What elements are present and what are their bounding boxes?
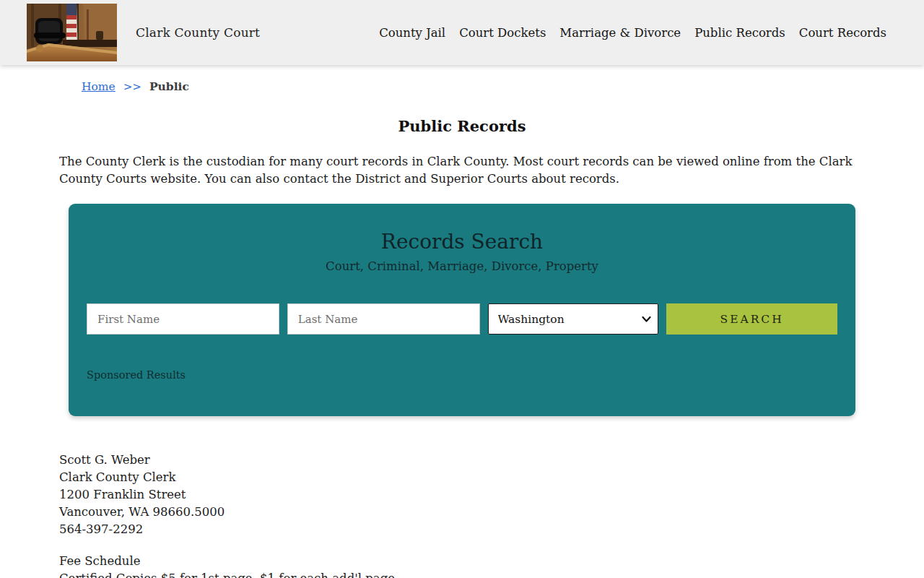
fee-schedule-detail: Certified Copies $5 for 1st page, $1 for… xyxy=(59,570,865,578)
clerk-phone: 564-397-2292 xyxy=(59,521,865,538)
search-button[interactable]: SEARCH xyxy=(666,303,837,335)
site-logo-courtroom-image[interactable] xyxy=(27,4,117,61)
state-select-wrap: Washington xyxy=(488,303,659,335)
state-select[interactable]: Washington xyxy=(488,303,659,335)
nav-item-county-jail[interactable]: County Jail xyxy=(379,26,445,40)
site-title: Clark County Court xyxy=(136,25,260,40)
intro-paragraph: The County Clerk is the custodian for ma… xyxy=(59,153,865,188)
clerk-name: Scott G. Weber xyxy=(59,452,865,469)
main-nav: County Jail Court Dockets Marriage & Div… xyxy=(379,26,886,40)
nav-item-marriage-divorce[interactable]: Marriage & Divorce xyxy=(559,26,681,40)
nav-item-court-dockets[interactable]: Court Dockets xyxy=(459,26,546,40)
last-name-input[interactable] xyxy=(287,303,480,335)
page-title: Public Records xyxy=(59,117,865,135)
clerk-street: 1200 Franklin Street xyxy=(59,486,865,504)
main-content: Home >> Public Public Records The County… xyxy=(59,79,865,578)
nav-item-public-records[interactable]: Public Records xyxy=(694,26,785,40)
records-search-title: Records Search xyxy=(87,230,837,254)
nav-item-court-records[interactable]: Court Records xyxy=(799,26,886,40)
clerk-city-state-zip: Vancouver, WA 98660.5000 xyxy=(59,504,865,521)
fee-schedule-block: Fee Schedule Certified Copies $5 for 1st… xyxy=(59,553,865,578)
clerk-title: Clark County Clerk xyxy=(59,469,865,486)
records-search-form: Washington SEARCH xyxy=(87,303,837,335)
site-header: Clark County Court County Jail Court Doc… xyxy=(0,0,924,65)
first-name-input[interactable] xyxy=(87,303,279,335)
breadcrumb-home-link[interactable]: Home xyxy=(82,80,116,93)
records-search-subtitle: Court, Criminal, Marriage, Divorce, Prop… xyxy=(87,259,837,273)
fee-schedule-title: Fee Schedule xyxy=(59,553,865,570)
breadcrumb-current-page: Public xyxy=(149,79,189,93)
sponsored-results-label: Sponsored Results xyxy=(87,369,837,381)
courtroom-photo-illustration xyxy=(27,4,117,61)
clerk-contact-block: Scott G. Weber Clark County Clerk 1200 F… xyxy=(59,452,865,538)
records-search-panel: Records Search Court, Criminal, Marriage… xyxy=(69,204,855,416)
breadcrumb: Home >> Public xyxy=(59,79,865,93)
breadcrumb-separator: >> xyxy=(123,80,141,93)
